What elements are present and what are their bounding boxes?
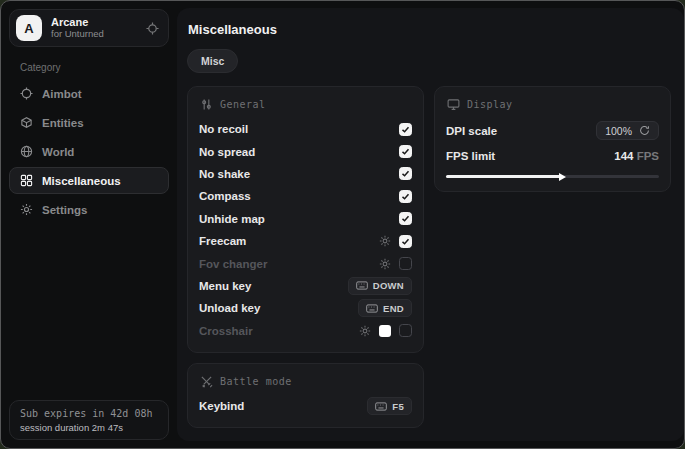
general-card-header: General xyxy=(200,98,412,111)
left-column: General No recoil No spread No shake xyxy=(187,86,424,428)
monitor-icon xyxy=(447,98,460,111)
tab-misc[interactable]: Misc xyxy=(187,49,238,73)
subscription-card: Sub expires in 42d 08h session duration … xyxy=(9,400,169,440)
no-spread-checkbox[interactable] xyxy=(399,145,412,158)
row-unload-key: Unload key END xyxy=(199,297,412,319)
fov-changer-settings-gear-icon[interactable] xyxy=(379,258,391,270)
display-card: Display DPI scale 100% FPS limit xyxy=(434,86,671,192)
no-shake-checkbox[interactable] xyxy=(399,167,412,180)
battle-keybind-button[interactable]: F5 xyxy=(367,397,412,415)
fps-limit-value: 144 FPS xyxy=(614,150,659,162)
grid-icon xyxy=(20,174,33,187)
app-name: Arcane xyxy=(51,16,137,29)
row-no-shake: No shake xyxy=(199,163,412,185)
sidebar-item-label: World xyxy=(42,146,74,158)
sidebar-item-settings[interactable]: Settings xyxy=(9,196,169,223)
sidebar-item-label: Settings xyxy=(42,204,87,216)
main-panel: Miscellaneous Misc General No recoil xyxy=(177,8,684,441)
sidebar: A Arcane for Unturned Category Aimbot xyxy=(1,1,177,448)
display-card-title: Display xyxy=(467,99,513,110)
fps-limit-slider[interactable] xyxy=(446,172,659,181)
reset-icon[interactable] xyxy=(639,125,650,136)
sliders-icon xyxy=(200,98,213,111)
keyboard-icon xyxy=(356,281,368,290)
menu-key-bind-button[interactable]: DOWN xyxy=(348,277,412,295)
keyboard-icon xyxy=(366,304,378,313)
freecam-checkbox[interactable] xyxy=(399,235,412,248)
row-fov-changer: Fov changer xyxy=(199,252,412,274)
category-label: Category xyxy=(20,62,169,73)
swords-icon xyxy=(200,375,213,388)
sidebar-item-label: Miscellaneous xyxy=(42,175,121,187)
sidebar-item-world[interactable]: World xyxy=(9,138,169,165)
app-header-card: A Arcane for Unturned xyxy=(9,9,169,47)
globe-icon xyxy=(20,145,33,158)
sidebar-item-label: Aimbot xyxy=(42,88,82,100)
dpi-scale-control[interactable]: 100% xyxy=(596,121,659,140)
app-title-block: Arcane for Unturned xyxy=(51,16,137,40)
app-logo: A xyxy=(16,15,42,41)
row-freecam: Freecam xyxy=(199,230,412,252)
sidebar-nav: Aimbot Entities World Miscellaneous xyxy=(9,80,169,223)
app-subtitle: for Unturned xyxy=(51,29,137,40)
row-unhide-map: Unhide map xyxy=(199,208,412,230)
crosshair-checkbox[interactable] xyxy=(399,324,412,337)
cube-icon xyxy=(20,116,33,129)
unload-key-bind-button[interactable]: END xyxy=(358,299,412,317)
slider-thumb[interactable] xyxy=(559,173,566,181)
sidebar-item-miscellaneous[interactable]: Miscellaneous xyxy=(9,167,169,194)
app-logo-letter: A xyxy=(24,21,33,36)
row-keybind: Keybind F5 xyxy=(199,395,412,417)
battle-mode-card-title: Battle mode xyxy=(220,376,292,387)
crosshair-color-swatch[interactable] xyxy=(379,325,391,337)
battle-mode-card: Battle mode Keybind F5 xyxy=(187,363,424,428)
no-recoil-checkbox[interactable] xyxy=(399,123,412,136)
fov-changer-checkbox[interactable] xyxy=(399,257,412,270)
app-window: A Arcane for Unturned Category Aimbot xyxy=(0,0,685,449)
dpi-scale-value: 100% xyxy=(605,125,632,137)
crosshair-settings-gear-icon[interactable] xyxy=(359,325,371,337)
page-title: Miscellaneous xyxy=(188,22,671,37)
row-dpi-scale: DPI scale 100% xyxy=(446,118,659,143)
row-no-recoil: No recoil xyxy=(199,118,412,140)
general-card-title: General xyxy=(220,99,266,110)
content-area: General No recoil No spread No shake xyxy=(187,86,671,428)
keyboard-icon xyxy=(375,402,387,411)
row-no-spread: No spread xyxy=(199,140,412,162)
sidebar-item-label: Entities xyxy=(42,117,84,129)
sub-expiry-text: Sub expires in 42d 08h xyxy=(20,408,158,419)
compass-checkbox[interactable] xyxy=(399,190,412,203)
gear-icon xyxy=(20,203,33,216)
freecam-settings-gear-icon[interactable] xyxy=(379,235,391,247)
battle-mode-card-header: Battle mode xyxy=(200,375,412,388)
right-column: Display DPI scale 100% FPS limit xyxy=(434,86,671,428)
session-duration-text: session duration 2m 47s xyxy=(20,422,158,433)
row-fps-limit: FPS limit 144 FPS xyxy=(446,143,659,168)
tab-bar: Misc xyxy=(187,49,671,73)
row-crosshair: Crosshair xyxy=(199,320,412,342)
display-card-header: Display xyxy=(447,98,659,111)
crosshair-icon xyxy=(20,87,33,100)
sidebar-item-aimbot[interactable]: Aimbot xyxy=(9,80,169,107)
general-card: General No recoil No spread No shake xyxy=(187,86,424,353)
unhide-map-checkbox[interactable] xyxy=(399,212,412,225)
sidebar-item-entities[interactable]: Entities xyxy=(9,109,169,136)
slider-fill xyxy=(446,175,561,178)
row-compass: Compass xyxy=(199,185,412,207)
row-menu-key: Menu key DOWN xyxy=(199,275,412,297)
target-icon[interactable] xyxy=(146,22,159,35)
